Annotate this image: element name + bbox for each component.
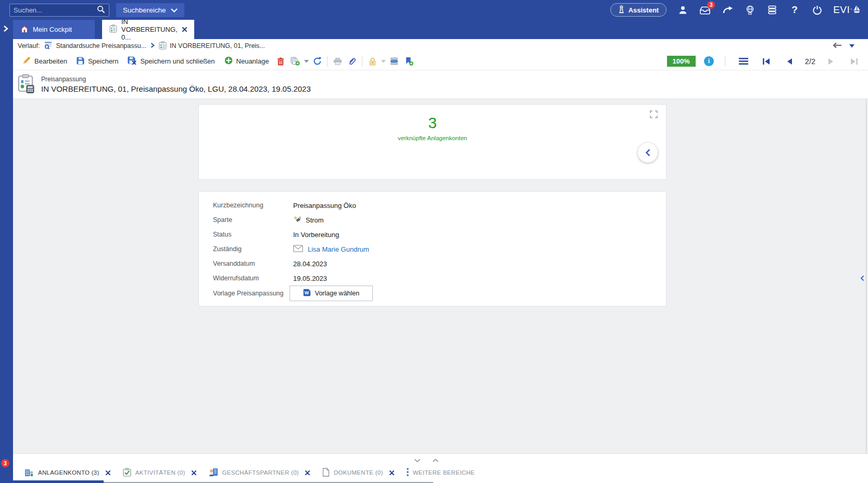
active-tab-indicator — [13, 480, 104, 483]
history-dropdown-icon[interactable] — [849, 42, 854, 49]
tab-anlagenkonto[interactable]: ANLAGENKONTO (3) — [18, 468, 117, 478]
save-close-icon — [128, 56, 136, 66]
form-row: Status In Vorbereitung — [199, 227, 666, 242]
details-card: Kurzbezeichnung Preisanpassung Öko Spart… — [198, 191, 666, 306]
breadcrumb-prefix: Verlauf: — [18, 42, 40, 49]
close-section-icon[interactable] — [192, 470, 196, 475]
next-page-icon[interactable] — [824, 54, 838, 69]
globe-icon[interactable] — [744, 3, 756, 17]
linked-accounts-card: 3 verknüpfte Anlagenkonten — [198, 104, 666, 180]
expand-sidebar-icon[interactable] — [3, 25, 9, 34]
record-title: IN VORBEREITUNG, 01, Preisanpassung Öko,… — [41, 84, 311, 93]
email-icon[interactable] — [293, 245, 303, 254]
toolbar-separator — [362, 57, 362, 66]
clipboard-icon — [109, 24, 117, 34]
tab-aktivitaeten[interactable]: AKTIVITÄTEN (0) — [117, 468, 203, 478]
tab-active-record[interactable]: IN VORBEREITUNG, 0... — [102, 20, 194, 39]
breadcrumb-chevron-icon — [150, 42, 155, 49]
search-icon[interactable] — [97, 5, 105, 15]
electricity-plug-icon — [293, 215, 301, 225]
plus-circle-icon — [224, 56, 233, 66]
breadcrumb-item-record[interactable]: IN VORBEREITUNG, 01, Preis... — [159, 41, 265, 51]
collapse-panel-button[interactable] — [638, 143, 658, 163]
open-right-panel-icon[interactable] — [860, 275, 864, 283]
expand-bottom-icon[interactable] — [432, 456, 439, 464]
sparte-value: Strom — [306, 216, 324, 224]
page-indicator: 2/2 — [805, 57, 815, 66]
bottom-tabs: ANLAGENKONTO (3) AKTIVITÄTEN (0) GESCHÄF… — [18, 465, 481, 480]
expand-card-icon[interactable] — [650, 110, 658, 120]
tab-geschaeftspartner[interactable]: GESCHÄFTSPARTNER (0) — [203, 468, 316, 478]
pencil-icon — [22, 56, 31, 66]
responsible-person-link[interactable]: Lisa Marie Gundrum — [308, 245, 369, 253]
save-close-button[interactable]: Speichern und schließen — [123, 54, 219, 69]
edit-button[interactable]: Bearbeiten — [18, 54, 72, 69]
home-icon — [20, 25, 29, 34]
toolbar-separator — [725, 57, 725, 66]
save-button[interactable]: Speichern — [72, 54, 123, 69]
history-back-icon[interactable] — [833, 42, 842, 50]
lighthouse-icon — [618, 5, 625, 15]
first-page-icon[interactable] — [759, 54, 774, 69]
form-row: Sparte Strom — [199, 213, 666, 227]
more-sections-icon — [407, 468, 409, 477]
field-label: Kurzbezeichnung — [213, 202, 293, 209]
form-row: Versanddatum 28.04.2023 — [199, 256, 666, 271]
help-icon[interactable]: ? — [788, 3, 801, 17]
new-record-button[interactable]: Neuanlage — [220, 54, 274, 69]
zoom-level-badge[interactable]: 100% — [667, 56, 696, 67]
form-row: Widerrufsdatum 19.05.2023 — [199, 271, 666, 286]
lock-dropdown-icon[interactable] — [380, 60, 387, 63]
record-type-label: Preisanpassung — [41, 76, 311, 83]
dataset-stack-icon[interactable] — [387, 54, 401, 69]
toolbar-separator — [327, 57, 328, 66]
versanddatum-value: 28.04.2023 — [293, 260, 327, 268]
search-scope-button[interactable]: Suchbereiche — [116, 3, 184, 17]
lock-icon[interactable] — [365, 54, 380, 69]
last-page-icon[interactable] — [847, 54, 861, 69]
chevron-down-icon — [171, 6, 178, 14]
tab-weitere-bereiche[interactable]: WEITERE BEREICHE — [400, 468, 481, 477]
bookmark-add-icon[interactable] — [401, 54, 416, 69]
content-area: 3 verknüpfte Anlagenkonten Kurzbezeichnu… — [13, 99, 868, 453]
choose-template-button[interactable]: W Vorlage wählen — [290, 286, 373, 301]
power-icon[interactable] — [811, 3, 823, 17]
top-bar: Suchen... Suchbereiche Assistent 3 — [0, 0, 868, 20]
notification-badge: 3 — [1, 459, 9, 467]
delete-icon[interactable] — [273, 54, 288, 69]
redo-arrow-icon[interactable] — [721, 3, 734, 17]
tab-dokumente[interactable]: DOKUMENTE (0) — [316, 468, 400, 478]
activity-check-icon — [123, 468, 131, 478]
database-icon[interactable] — [766, 3, 778, 17]
brand-logo: EVI° — [833, 4, 861, 16]
info-icon[interactable]: i — [704, 56, 714, 66]
tab-mein-cockpit[interactable]: Mein Cockpit — [13, 20, 95, 39]
inbox-icon[interactable]: 3 — [699, 3, 711, 17]
search-placeholder: Suchen... — [14, 6, 97, 14]
close-section-icon[interactable] — [305, 470, 310, 475]
print-icon[interactable] — [330, 54, 345, 69]
copy-record-icon[interactable] — [288, 54, 303, 69]
linked-accounts-count[interactable]: 3 — [199, 114, 666, 132]
menu-icon[interactable] — [736, 54, 751, 69]
field-label: Widerrufsdatum — [213, 275, 293, 282]
refresh-icon[interactable] — [310, 54, 324, 69]
close-section-icon[interactable] — [389, 470, 394, 475]
search-input[interactable]: Suchen... — [9, 4, 109, 17]
close-tab-icon[interactable] — [182, 27, 187, 32]
copy-dropdown-icon[interactable] — [303, 60, 310, 63]
form-row: Vorlage Preisanpassung W Vorlage wählen — [199, 286, 666, 301]
close-section-icon[interactable] — [106, 470, 110, 475]
svg-text:W: W — [305, 290, 309, 295]
attachment-icon[interactable] — [345, 54, 359, 69]
field-label: Vorlage Preisanpassung — [213, 290, 293, 297]
save-icon — [77, 57, 84, 66]
inbox-badge: 3 — [707, 1, 715, 9]
collapse-bottom-icon[interactable] — [414, 456, 421, 464]
field-label: Versanddatum — [213, 260, 293, 267]
field-label: Zuständig — [213, 245, 293, 253]
user-icon[interactable] — [676, 3, 689, 17]
assistant-button[interactable]: Assistent — [610, 3, 667, 17]
breadcrumb-item-search[interactable]: Standardsuche Preisanpassu... — [44, 41, 146, 51]
previous-page-icon[interactable] — [782, 54, 797, 69]
